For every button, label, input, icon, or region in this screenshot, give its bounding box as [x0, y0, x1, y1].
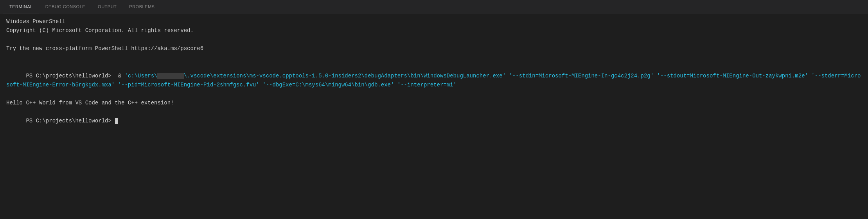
line-command: PS C:\projects\helloworld> & 'c:\Users\ …	[6, 62, 862, 98]
prompt-1: PS C:\projects\helloworld> &	[26, 73, 124, 79]
line-prompt-final: PS C:\projects\helloworld>	[6, 108, 862, 135]
line-hello: Hello C++ World from VS Code and the C++…	[6, 99, 862, 108]
line-blank-2	[6, 53, 862, 62]
tab-terminal[interactable]: TERMINAL	[3, 0, 39, 14]
command-text: 'c:\Users\ \.vscode\extensions\ms-vscode…	[6, 73, 861, 88]
tab-output-label: OUTPUT	[98, 4, 117, 9]
tab-debug-console-label: DEBUG CONSOLE	[45, 4, 85, 9]
tab-bar: TERMINAL DEBUG CONSOLE OUTPUT PROBLEMS	[0, 0, 868, 14]
panel-container: TERMINAL DEBUG CONSOLE OUTPUT PROBLEMS W…	[0, 0, 868, 219]
tab-problems-label: PROBLEMS	[129, 4, 155, 9]
line-3: Try the new cross-platform PowerShell ht…	[6, 44, 862, 53]
line-1: Windows PowerShell	[6, 17, 862, 26]
tab-problems[interactable]: PROBLEMS	[123, 0, 161, 14]
tab-debug-console[interactable]: DEBUG CONSOLE	[39, 0, 92, 14]
line-blank-1	[6, 35, 862, 44]
terminal-cursor	[115, 118, 118, 124]
terminal-content[interactable]: Windows PowerShell Copyright (C) Microso…	[0, 14, 868, 219]
line-2: Copyright (C) Microsoft Corporation. All…	[6, 26, 862, 35]
prompt-final: PS C:\projects\helloworld>	[26, 118, 115, 124]
tab-terminal-label: TERMINAL	[9, 4, 33, 9]
tab-output[interactable]: OUTPUT	[92, 0, 123, 14]
